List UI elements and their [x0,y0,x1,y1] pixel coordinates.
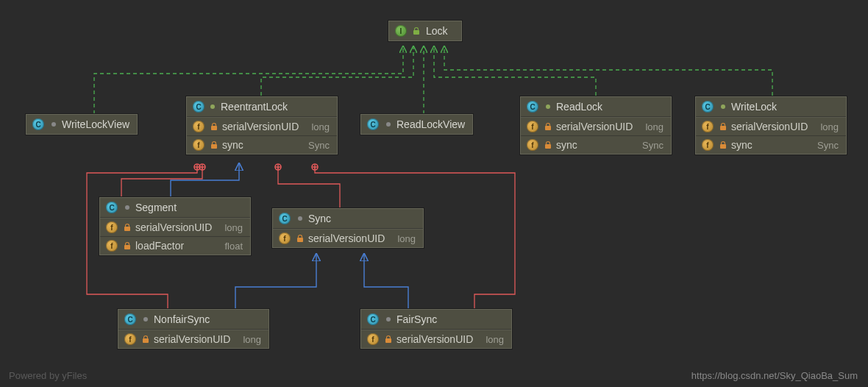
class-name: NonfairSync [154,313,210,325]
lock-icon [719,141,727,149]
lock-icon [296,235,304,242]
dot-icon [298,216,302,221]
watermark-right: https://blog.csdn.net/Sky_QiaoBa_Sum [691,370,858,381]
field-icon [527,121,540,132]
field-row: sync Sync [696,135,846,154]
class-name: ReadLock [556,101,602,113]
class-name: ReentrantLock [221,101,288,113]
field-icon [106,221,119,233]
lock-icon [210,141,218,149]
dot-icon [386,317,391,322]
edge-segment-inner [121,167,202,197]
field-icon [124,333,138,345]
edge-reentrantlock-lock [261,46,413,96]
field-name: serialVersionUID [396,333,474,345]
field-type: float [224,241,243,252]
field-row: sync Sync [187,135,337,154]
lock-icon [544,123,552,130]
node-reentrantlock[interactable]: ReentrantLock serialVersionUID long sync… [186,96,338,155]
edge-readlock-lock [434,46,596,96]
lock-icon [210,123,218,130]
field-row: serialVersionUID long [187,118,337,135]
lock-icon [413,27,420,35]
dot-icon [386,122,391,127]
node-fairsync[interactable]: FairSync serialVersionUID long [360,309,512,349]
field-row: serialVersionUID long [100,219,250,236]
field-name: sync [222,139,296,151]
lock-icon [124,242,131,249]
lock-icon [544,141,552,149]
class-icon [367,118,380,130]
field-type: Sync [308,140,330,151]
class-name: WriteLockView [62,118,129,130]
field-type: long [820,121,839,132]
field-row: serialVersionUID long [118,330,268,348]
field-type: Sync [642,140,664,151]
edge-nonfair-sync [235,254,316,309]
dot-icon [721,104,725,109]
class-icon [367,313,380,325]
class-icon [193,101,204,113]
node-readlock[interactable]: ReadLock serialVersionUID long sync Sync [520,96,672,155]
class-icon [279,213,292,224]
class-icon [124,313,138,325]
field-type: long [224,222,243,233]
field-name: serialVersionUID [308,232,385,244]
dot-icon [125,205,129,210]
node-lock[interactable]: Lock [388,21,462,41]
field-icon [106,240,119,252]
field-name: serialVersionUID [135,221,213,233]
node-sync[interactable]: Sync serialVersionUID long [272,208,424,248]
field-icon [527,139,540,151]
field-name: sync [556,139,630,151]
field-type: long [485,334,504,345]
field-name: sync [731,139,805,151]
dot-icon [51,122,56,127]
field-type: long [243,334,261,345]
field-name: loadFactor [135,240,213,252]
dot-icon [143,317,148,322]
field-icon [279,232,292,244]
lock-icon [124,224,131,231]
class-icon [32,118,46,130]
class-name: FairSync [396,313,437,325]
class-name: Sync [308,213,331,224]
edge-segment-reentrant [171,163,239,197]
class-name: Segment [135,202,177,213]
field-icon [193,139,206,151]
field-type: long [397,233,416,244]
field-name: serialVersionUID [731,121,808,132]
class-icon [702,101,715,113]
interface-icon [395,25,407,37]
class-icon [527,101,540,113]
field-type: long [311,121,330,132]
field-row: serialVersionUID long [696,118,846,135]
field-icon [702,139,715,151]
field-icon [702,121,715,132]
class-name: WriteLock [731,101,777,113]
field-icon [193,121,206,132]
diagram-canvas: Lock WriteLockView ReentrantLock serialV… [0,0,868,387]
field-icon [367,333,380,345]
field-name: serialVersionUID [222,121,299,132]
node-writelock[interactable]: WriteLock serialVersionUID long sync Syn… [695,96,847,155]
field-row: sync Sync [521,135,671,154]
edge-fair-sync [364,254,408,309]
field-row: serialVersionUID long [273,230,423,247]
node-segment[interactable]: Segment serialVersionUID long loadFactor… [99,197,251,255]
class-name: ReadLockView [396,118,465,130]
field-name: serialVersionUID [154,333,231,345]
lock-icon [385,335,392,343]
field-row: loadFactor float [100,236,250,255]
field-type: Sync [817,140,839,151]
field-type: long [645,121,664,132]
field-row: serialVersionUID long [521,118,671,135]
node-nonfairsync[interactable]: NonfairSync serialVersionUID long [118,309,269,349]
node-writelockview[interactable]: WriteLockView [26,114,138,135]
field-name: serialVersionUID [556,121,633,132]
dot-icon [546,104,550,109]
node-readlockview[interactable]: ReadLockView [360,114,473,135]
watermark-left: Powered by yFiles [9,370,87,381]
class-icon [106,202,119,213]
dot-icon [210,104,215,109]
